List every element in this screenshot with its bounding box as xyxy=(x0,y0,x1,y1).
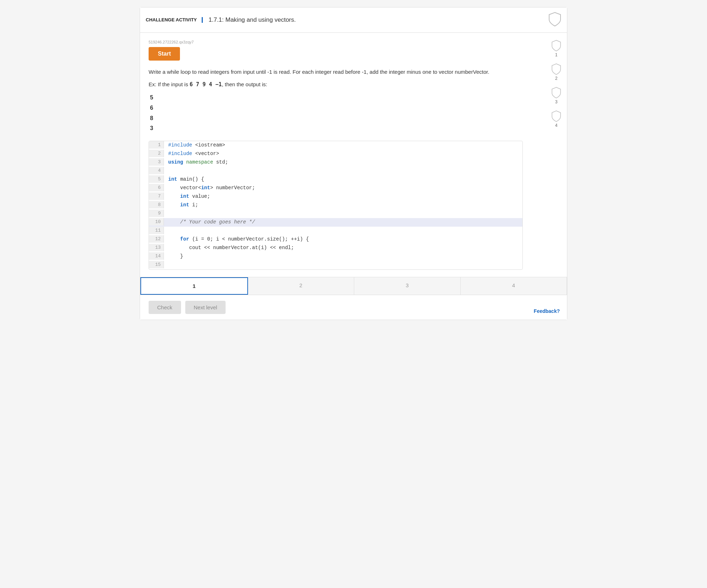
line-num-15: 15 xyxy=(149,261,164,268)
line-num-8: 8 xyxy=(149,201,164,208)
example-suffix: , then the output is: xyxy=(222,81,267,87)
line-num-2: 2 xyxy=(149,150,164,157)
tab-1[interactable]: 1 xyxy=(140,277,248,295)
output-line-1: 5 xyxy=(150,93,542,103)
line-code-7[interactable]: int value; xyxy=(164,192,522,200)
line-num-12: 12 xyxy=(149,235,164,243)
session-id: 519246.2722262.qx3zqy7 xyxy=(149,40,542,44)
output-example: 5 6 8 3 xyxy=(149,93,542,134)
bottom-buttons: Check Next level xyxy=(140,295,567,320)
line-num-10: 10 xyxy=(149,218,164,226)
output-line-4: 3 xyxy=(150,123,542,134)
example-line: Ex: If the input is 6 7 9 4 −1, then the… xyxy=(149,81,542,88)
code-editor[interactable]: 1 #include <iostream> 2 #include <vector… xyxy=(149,141,523,270)
line-num-13: 13 xyxy=(149,244,164,251)
line-num-6: 6 xyxy=(149,184,164,191)
code-line-10[interactable]: 10 /* Your code goes here */ xyxy=(149,218,522,227)
line-code-13[interactable]: cout << numberVector.at(i) << endl; xyxy=(164,244,522,252)
code-line-5: 5 int main() { xyxy=(149,175,522,184)
line-code-5[interactable]: int main() { xyxy=(164,175,522,183)
start-button[interactable]: Start xyxy=(149,47,180,61)
tab-3[interactable]: 3 xyxy=(354,277,461,295)
line-num-3: 3 xyxy=(149,158,164,166)
tab-2[interactable]: 2 xyxy=(248,277,355,295)
badge-2-num: 2 xyxy=(555,76,558,81)
badge-4[interactable]: 4 xyxy=(551,110,561,128)
header-left: CHALLENGE ACTIVITY 1.7.1: Making and usi… xyxy=(146,16,296,24)
output-line-2: 6 xyxy=(150,103,542,113)
code-line-11: 11 xyxy=(149,227,522,235)
code-line-1: 1 #include <iostream> xyxy=(149,141,522,150)
example-intro: Ex: If the input is xyxy=(149,81,190,87)
code-line-6: 6 vector<int> numberVector; xyxy=(149,184,522,192)
code-line-12: 12 for (i = 0; i < numberVector.size(); … xyxy=(149,235,522,244)
line-code-6[interactable]: vector<int> numberVector; xyxy=(164,184,522,192)
badge-2[interactable]: 2 xyxy=(551,63,561,81)
line-code-12[interactable]: for (i = 0; i < numberVector.size(); ++i… xyxy=(164,235,522,243)
header-shield-icon xyxy=(548,12,561,28)
badge-3-num: 3 xyxy=(555,99,558,104)
code-line-2: 2 #include <vector> xyxy=(149,150,522,158)
line-code-1[interactable]: #include <iostream> xyxy=(164,141,522,149)
line-code-4 xyxy=(164,167,522,169)
code-line-15: 15 xyxy=(149,261,522,269)
line-num-11: 11 xyxy=(149,227,164,234)
line-num-14: 14 xyxy=(149,252,164,260)
next-level-button[interactable]: Next level xyxy=(185,301,226,314)
line-num-7: 7 xyxy=(149,192,164,200)
output-line-3: 8 xyxy=(150,113,542,124)
badge-3[interactable]: 3 xyxy=(551,87,561,104)
line-num-4: 4 xyxy=(149,167,164,174)
header-title: 1.7.1: Making and using vectors. xyxy=(208,16,296,24)
code-line-14: 14 } xyxy=(149,252,522,261)
badge-1[interactable]: 1 xyxy=(551,40,561,57)
feedback-link[interactable]: Feedback? xyxy=(534,308,560,314)
line-code-15 xyxy=(164,261,522,263)
code-line-9: 9 xyxy=(149,210,522,218)
line-code-11 xyxy=(164,227,522,229)
example-input: 6 7 9 4 −1 xyxy=(190,81,222,88)
line-code-14[interactable]: } xyxy=(164,252,522,260)
line-code-2[interactable]: #include <vector> xyxy=(164,150,522,158)
line-code-3[interactable]: using namespace std; xyxy=(164,158,522,166)
main-container: CHALLENGE ACTIVITY 1.7.1: Making and usi… xyxy=(140,7,567,320)
code-line-7: 7 int value; xyxy=(149,192,522,201)
sidebar-badges: 1 2 3 4 xyxy=(551,40,561,128)
code-line-4: 4 xyxy=(149,167,522,175)
main-content: 519246.2722262.qx3zqy7 Start Write a whi… xyxy=(140,33,567,277)
line-code-9 xyxy=(164,210,522,212)
header: CHALLENGE ACTIVITY 1.7.1: Making and usi… xyxy=(140,7,567,33)
tab-4[interactable]: 4 xyxy=(461,277,567,295)
line-code-10[interactable]: /* Your code goes here */ xyxy=(164,218,522,226)
check-button[interactable]: Check xyxy=(149,301,181,314)
line-num-9: 9 xyxy=(149,210,164,217)
line-num-1: 1 xyxy=(149,141,164,149)
code-line-8: 8 int i; xyxy=(149,201,522,210)
code-line-3: 3 using namespace std; xyxy=(149,158,522,167)
badge-1-num: 1 xyxy=(555,52,558,57)
challenge-activity-label: CHALLENGE ACTIVITY xyxy=(146,17,203,23)
tabs-row: 1 2 3 4 xyxy=(140,277,567,295)
description: Write a while loop to read integers from… xyxy=(149,68,523,76)
badge-4-num: 4 xyxy=(555,123,558,128)
code-line-13: 13 cout << numberVector.at(i) << endl; xyxy=(149,244,522,252)
line-num-5: 5 xyxy=(149,175,164,183)
line-code-8[interactable]: int i; xyxy=(164,201,522,209)
